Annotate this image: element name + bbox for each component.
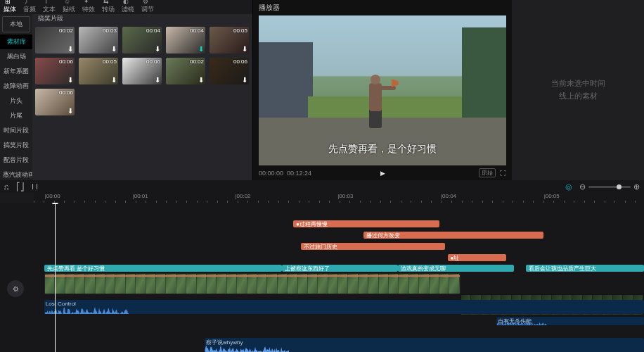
ruler-tick: |00:03: [337, 193, 353, 199]
timeline: ⚙ ●过程再慢慢播过何方改变不过旅门历史●址先点赞再看 是个好习惯上被察这东西好…: [0, 203, 644, 352]
sidebar-item-dub[interactable]: 配音片段: [0, 153, 32, 168]
tab-文本[interactable]: T文本: [41, 0, 58, 14]
ruler-tick: |00:05: [544, 193, 560, 199]
inspector-placeholder-line1: 当前未选中时间: [551, 77, 605, 90]
sidebar-item-tail[interactable]: 片尾: [0, 108, 32, 123]
preview-toggle-icon[interactable]: ◎: [565, 182, 572, 191]
clip-thumb[interactable]: 00:02⬇: [166, 58, 205, 84]
clip-thumb[interactable]: 00:03⬇: [79, 27, 118, 54]
zoom-control: ⊖ ⊕: [579, 182, 640, 191]
text-segment[interactable]: 不过旅门历史: [301, 243, 445, 250]
clip-thumb[interactable]: 00:04⬇: [122, 27, 162, 54]
clip-thumb[interactable]: 00:06⬇: [210, 58, 249, 84]
zoom-out-icon[interactable]: ⊖: [579, 182, 586, 191]
zoom-in-icon[interactable]: ⊕: [633, 182, 640, 191]
tab-转场[interactable]: ⇆转场: [100, 0, 117, 14]
sidebar-item-span[interactable]: 时间片段: [0, 123, 32, 138]
audio-segment[interactable]: Lost Control: [44, 300, 644, 314]
clip-thumb[interactable]: 00:05⬇: [210, 27, 249, 54]
preview-subtitle: 先点赞再看，是个好习惯: [259, 143, 506, 156]
audio-segment[interactable]: 自有无杀伤能: [496, 317, 644, 325]
subtitle-segment[interactable]: 先点赞再看 是个好习惯: [44, 265, 283, 272]
audio-segment[interactable]: 察子说whywhy: [205, 338, 644, 352]
fullscreen-icon[interactable]: ⛶: [500, 170, 506, 177]
track-settings-button[interactable]: ⚙: [7, 280, 24, 297]
subtitle-segment[interactable]: 看后会让孩也品质产生巨大: [526, 265, 644, 272]
sidebar-item-clip-lib[interactable]: 素材库: [0, 34, 32, 49]
playhead[interactable]: [55, 203, 56, 352]
clip-thumb[interactable]: 00:02⬇: [35, 27, 75, 54]
tab-调节[interactable]: ⚙调节: [139, 0, 156, 14]
sidebar-item-fail-anim[interactable]: 故障动画: [0, 79, 32, 94]
ruler-tick: |00:04: [441, 193, 456, 199]
tab-媒体[interactable]: ⊞媒体: [1, 0, 18, 14]
subtitle-segment[interactable]: 上被察这东西好了: [282, 265, 398, 272]
text-segment[interactable]: ●过程再慢慢: [293, 220, 439, 227]
tab-滤镜[interactable]: ◐滤镜: [120, 0, 136, 14]
media-library: 搞笑片段 00:02⬇00:03⬇00:04⬇00:04⬇00:05⬇00:06…: [32, 14, 252, 182]
sidebar-item-local[interactable]: 本地: [2, 16, 30, 32]
clip-thumb[interactable]: 00:05⬇: [79, 58, 118, 84]
ruler-tick: |00:01: [133, 193, 148, 199]
clip-thumb[interactable]: 00:06⬇: [122, 58, 162, 84]
clip-thumb[interactable]: 00:04⬇: [166, 27, 205, 54]
text-segment[interactable]: ●址: [448, 254, 506, 261]
sidebar-item-black-field[interactable]: 黑白场: [0, 49, 32, 64]
tab-贴纸[interactable]: ☺贴纸: [60, 0, 77, 14]
inspector-placeholder-line2: 线上的素材: [551, 90, 605, 103]
sidebar-item-ny-series[interactable]: 新年系图: [0, 64, 32, 79]
sidebar-item-head[interactable]: 片头: [0, 94, 32, 108]
tab-特效[interactable]: ✦特效: [80, 0, 97, 14]
monitor-title: 播放器: [253, 0, 512, 15]
preview-monitor: 播放器 先点赞再看，是个好习惯 00:00:00 00:12:24 ▶ 原始 ⛶: [252, 0, 512, 180]
time-ruler[interactable]: |00:00|00:01|00:02|00:03|00:04|00:05|00:…: [34, 193, 644, 203]
play-button[interactable]: ▶: [380, 170, 385, 177]
timeline-toolbar: ⎌ ⎡⎦ I I ◎ ⊖ ⊕: [0, 180, 644, 193]
ruler-tick: |00:02: [235, 193, 250, 199]
total-duration: 00:12:24: [287, 170, 311, 177]
text-segment[interactable]: 播过何方改变: [363, 232, 543, 239]
subtitle-segment[interactable]: 游戏真的变成无聊: [398, 265, 514, 272]
clip-thumb[interactable]: 00:06⬇: [35, 89, 75, 115]
tab-音频[interactable]: ♪音频: [21, 0, 38, 14]
inspector-panel: 当前未选中时间 线上的素材: [512, 0, 644, 180]
monitor-view[interactable]: 先点赞再看，是个好习惯: [259, 15, 506, 165]
clip-grid: 00:02⬇00:03⬇00:04⬇00:04⬇00:05⬇00:06⬇00:0…: [32, 23, 252, 120]
sidebar-item-funny[interactable]: 搞笑片段: [0, 138, 32, 153]
ruler-tick: |00:00: [45, 193, 60, 199]
cut-icon[interactable]: ⎡⎦: [16, 182, 25, 191]
library-title: 搞笑片段: [38, 14, 63, 23]
undo-icon[interactable]: ⎌: [4, 182, 9, 191]
ratio-button[interactable]: 原始: [479, 168, 496, 177]
split-icon[interactable]: I I: [32, 182, 38, 191]
top-tab-bar: ⊞媒体♪音频T文本☺贴纸✦特效⇆转场◐滤镜⚙调节: [0, 0, 252, 14]
zoom-slider[interactable]: [588, 186, 631, 188]
playhead-time: 00:00:00: [259, 170, 283, 177]
clip-thumb[interactable]: 00:06⬇: [35, 58, 75, 84]
video-segment[interactable]: 最后怀素.mp4 12:15: [44, 273, 461, 294]
category-sidebar: 本地素材库黑白场新年系图故障动画片头片尾时间片段搞笑片段配音片段蒸汽波动画: [0, 14, 32, 182]
